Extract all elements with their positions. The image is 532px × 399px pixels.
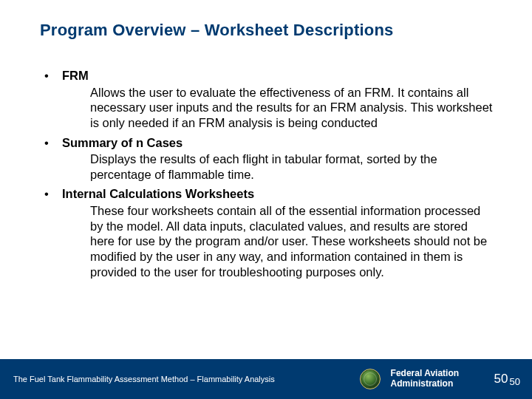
agency-name: Federal Aviation Administration [391, 369, 472, 389]
page-number-sub: 50 [510, 376, 520, 387]
bullet-item: • Summary of n Cases [44, 135, 495, 151]
bullet-marker: • [44, 135, 62, 151]
page-number: 50 [494, 372, 508, 386]
slide-footer: The Fuel Tank Flammability Assessment Me… [0, 359, 532, 399]
slide: Program Overview – Worksheet Description… [0, 0, 532, 399]
bullet-heading: FRM [62, 68, 89, 83]
bullet-item: • FRM [44, 68, 495, 83]
bullet-body: These four worksheets contain all of the… [90, 203, 495, 279]
faa-seal-icon [360, 369, 381, 389]
slide-content: • FRM Allows the user to evaluate the ef… [44, 68, 495, 284]
agency-line-2: Administration [391, 378, 454, 389]
bullet-body: Displays the results of each flight in t… [90, 151, 495, 182]
bullet-item: • Internal Calculations Worksheets [44, 186, 495, 202]
bullet-heading: Internal Calculations Worksheets [62, 186, 254, 202]
slide-title: Program Overview – Worksheet Description… [40, 21, 502, 40]
bullet-body: Allows the user to evaluate the effectiv… [90, 85, 495, 131]
bullet-marker: • [44, 68, 62, 83]
bullet-heading: Summary of n Cases [62, 135, 183, 151]
footer-title: The Fuel Tank Flammability Assessment Me… [13, 375, 360, 383]
agency-line-1: Federal Aviation [391, 368, 459, 378]
bullet-marker: • [44, 186, 62, 202]
